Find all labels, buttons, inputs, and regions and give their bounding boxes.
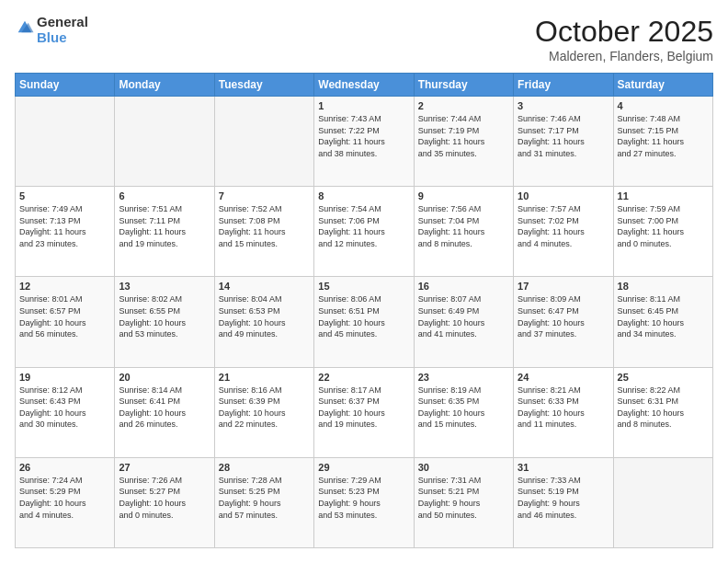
day-info: Sunrise: 8:22 AM Sunset: 6:31 PM Dayligh…	[618, 385, 709, 431]
calendar-cell: 28Sunrise: 7:28 AM Sunset: 5:25 PM Dayli…	[214, 457, 313, 547]
day-info: Sunrise: 7:29 AM Sunset: 5:23 PM Dayligh…	[318, 475, 409, 521]
title-block: October 2025 Malderen, Flanders, Belgium	[535, 15, 713, 63]
calendar-table: SundayMondayTuesdayWednesdayThursdayFrid…	[15, 73, 713, 548]
weekday-header-friday: Friday	[514, 74, 613, 97]
day-number: 7	[219, 190, 310, 201]
calendar-cell: 19Sunrise: 8:12 AM Sunset: 6:43 PM Dayli…	[16, 367, 115, 457]
calendar-cell: 25Sunrise: 8:22 AM Sunset: 6:31 PM Dayli…	[613, 367, 712, 457]
day-info: Sunrise: 8:06 AM Sunset: 6:51 PM Dayligh…	[318, 293, 409, 339]
calendar-cell: 5Sunrise: 7:49 AM Sunset: 7:13 PM Daylig…	[16, 187, 115, 277]
day-number: 16	[418, 281, 509, 292]
calendar-cell: 15Sunrise: 8:06 AM Sunset: 6:51 PM Dayli…	[314, 277, 414, 367]
weekday-header-wednesday: Wednesday	[314, 74, 414, 97]
day-number: 27	[119, 462, 210, 473]
day-info: Sunrise: 8:14 AM Sunset: 6:41 PM Dayligh…	[119, 385, 210, 431]
day-info: Sunrise: 7:56 AM Sunset: 7:04 PM Dayligh…	[418, 203, 509, 249]
day-info: Sunrise: 8:07 AM Sunset: 6:49 PM Dayligh…	[418, 293, 509, 339]
day-number: 13	[119, 281, 210, 292]
day-number: 1	[318, 100, 409, 111]
logo-line2: Blue	[37, 30, 88, 46]
calendar-cell: 31Sunrise: 7:33 AM Sunset: 5:19 PM Dayli…	[514, 457, 613, 547]
calendar-cell	[214, 97, 313, 187]
calendar-week-3: 12Sunrise: 8:01 AM Sunset: 6:57 PM Dayli…	[16, 277, 713, 367]
calendar-cell: 22Sunrise: 8:17 AM Sunset: 6:37 PM Dayli…	[314, 367, 414, 457]
day-info: Sunrise: 7:48 AM Sunset: 7:15 PM Dayligh…	[618, 113, 709, 159]
day-number: 22	[318, 372, 409, 383]
weekday-header-sunday: Sunday	[16, 74, 115, 97]
day-info: Sunrise: 7:51 AM Sunset: 7:11 PM Dayligh…	[119, 203, 210, 249]
calendar-cell: 16Sunrise: 8:07 AM Sunset: 6:49 PM Dayli…	[414, 277, 513, 367]
calendar-cell: 2Sunrise: 7:44 AM Sunset: 7:19 PM Daylig…	[414, 97, 513, 187]
weekday-header-row: SundayMondayTuesdayWednesdayThursdayFrid…	[16, 74, 713, 97]
calendar-cell: 12Sunrise: 8:01 AM Sunset: 6:57 PM Dayli…	[16, 277, 115, 367]
day-number: 26	[19, 462, 110, 473]
weekday-header-saturday: Saturday	[613, 74, 712, 97]
calendar-cell: 8Sunrise: 7:54 AM Sunset: 7:06 PM Daylig…	[314, 187, 414, 277]
weekday-header-thursday: Thursday	[414, 74, 513, 97]
calendar-cell: 17Sunrise: 8:09 AM Sunset: 6:47 PM Dayli…	[514, 277, 613, 367]
day-number: 6	[119, 190, 210, 201]
calendar-cell: 13Sunrise: 8:02 AM Sunset: 6:55 PM Dayli…	[115, 277, 214, 367]
day-info: Sunrise: 7:59 AM Sunset: 7:00 PM Dayligh…	[618, 203, 709, 249]
weekday-header-monday: Monday	[115, 74, 214, 97]
calendar-cell: 10Sunrise: 7:57 AM Sunset: 7:02 PM Dayli…	[514, 187, 613, 277]
page-subtitle: Malderen, Flanders, Belgium	[535, 49, 713, 63]
day-number: 31	[518, 462, 609, 473]
day-number: 28	[219, 462, 310, 473]
day-info: Sunrise: 8:04 AM Sunset: 6:53 PM Dayligh…	[219, 293, 310, 339]
day-info: Sunrise: 7:46 AM Sunset: 7:17 PM Dayligh…	[518, 113, 609, 159]
calendar-week-4: 19Sunrise: 8:12 AM Sunset: 6:43 PM Dayli…	[16, 367, 713, 457]
day-info: Sunrise: 8:02 AM Sunset: 6:55 PM Dayligh…	[119, 293, 210, 339]
calendar-cell: 26Sunrise: 7:24 AM Sunset: 5:29 PM Dayli…	[16, 457, 115, 547]
calendar-cell	[115, 97, 214, 187]
day-number: 24	[518, 372, 609, 383]
day-info: Sunrise: 7:54 AM Sunset: 7:06 PM Dayligh…	[318, 203, 409, 249]
calendar-cell	[613, 457, 712, 547]
calendar-cell: 1Sunrise: 7:43 AM Sunset: 7:22 PM Daylig…	[314, 97, 414, 187]
calendar-cell: 24Sunrise: 8:21 AM Sunset: 6:33 PM Dayli…	[514, 367, 613, 457]
day-info: Sunrise: 7:28 AM Sunset: 5:25 PM Dayligh…	[219, 475, 310, 521]
day-info: Sunrise: 8:11 AM Sunset: 6:45 PM Dayligh…	[618, 293, 709, 339]
calendar-cell: 9Sunrise: 7:56 AM Sunset: 7:04 PM Daylig…	[414, 187, 513, 277]
day-number: 18	[618, 281, 709, 292]
day-number: 30	[418, 462, 509, 473]
logo-line1: General	[37, 15, 88, 30]
weekday-header-tuesday: Tuesday	[214, 74, 313, 97]
day-info: Sunrise: 7:43 AM Sunset: 7:22 PM Dayligh…	[318, 113, 409, 159]
day-number: 21	[219, 372, 310, 383]
logo: General Blue	[15, 15, 88, 45]
calendar-week-5: 26Sunrise: 7:24 AM Sunset: 5:29 PM Dayli…	[16, 457, 713, 547]
day-number: 9	[418, 190, 509, 201]
day-number: 5	[19, 190, 110, 201]
day-number: 20	[119, 372, 210, 383]
day-number: 8	[318, 190, 409, 201]
day-info: Sunrise: 7:26 AM Sunset: 5:27 PM Dayligh…	[119, 475, 210, 521]
calendar-cell: 30Sunrise: 7:31 AM Sunset: 5:21 PM Dayli…	[414, 457, 513, 547]
day-number: 2	[418, 100, 509, 111]
day-info: Sunrise: 7:44 AM Sunset: 7:19 PM Dayligh…	[418, 113, 509, 159]
calendar-cell: 21Sunrise: 8:16 AM Sunset: 6:39 PM Dayli…	[214, 367, 313, 457]
day-number: 17	[518, 281, 609, 292]
day-number: 25	[618, 372, 709, 383]
day-number: 14	[219, 281, 310, 292]
day-number: 23	[418, 372, 509, 383]
calendar-cell: 4Sunrise: 7:48 AM Sunset: 7:15 PM Daylig…	[613, 97, 712, 187]
day-number: 10	[518, 190, 609, 201]
calendar-cell: 6Sunrise: 7:51 AM Sunset: 7:11 PM Daylig…	[115, 187, 214, 277]
day-info: Sunrise: 8:09 AM Sunset: 6:47 PM Dayligh…	[518, 293, 609, 339]
day-number: 19	[19, 372, 110, 383]
day-info: Sunrise: 7:24 AM Sunset: 5:29 PM Dayligh…	[19, 475, 110, 521]
logo-icon	[15, 17, 35, 38]
day-info: Sunrise: 7:31 AM Sunset: 5:21 PM Dayligh…	[418, 475, 509, 521]
calendar-cell: 20Sunrise: 8:14 AM Sunset: 6:41 PM Dayli…	[115, 367, 214, 457]
calendar-cell: 3Sunrise: 7:46 AM Sunset: 7:17 PM Daylig…	[514, 97, 613, 187]
day-number: 15	[318, 281, 409, 292]
day-info: Sunrise: 8:16 AM Sunset: 6:39 PM Dayligh…	[219, 385, 310, 431]
calendar-week-2: 5Sunrise: 7:49 AM Sunset: 7:13 PM Daylig…	[16, 187, 713, 277]
calendar-cell: 18Sunrise: 8:11 AM Sunset: 6:45 PM Dayli…	[613, 277, 712, 367]
day-info: Sunrise: 8:12 AM Sunset: 6:43 PM Dayligh…	[19, 385, 110, 431]
calendar-cell: 11Sunrise: 7:59 AM Sunset: 7:00 PM Dayli…	[613, 187, 712, 277]
day-info: Sunrise: 7:52 AM Sunset: 7:08 PM Dayligh…	[219, 203, 310, 249]
day-info: Sunrise: 7:33 AM Sunset: 5:19 PM Dayligh…	[518, 475, 609, 521]
day-info: Sunrise: 8:21 AM Sunset: 6:33 PM Dayligh…	[518, 385, 609, 431]
